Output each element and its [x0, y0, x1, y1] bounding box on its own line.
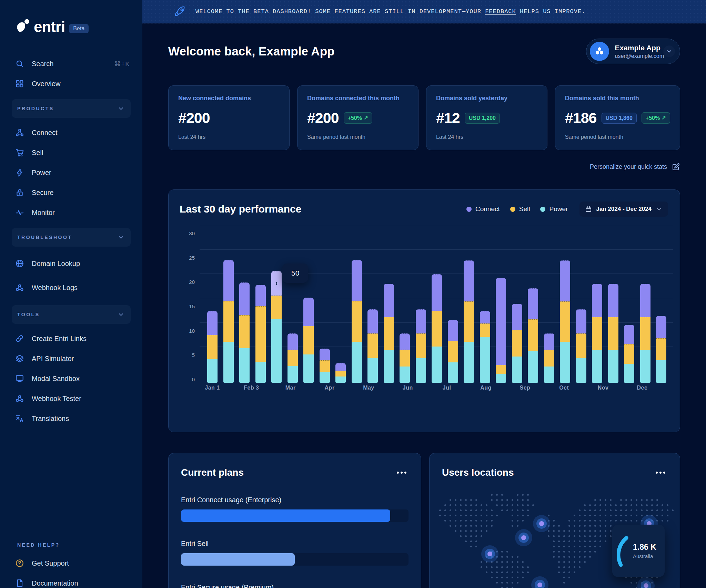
map-dot	[517, 566, 518, 568]
change-badge: +50% ↗	[344, 112, 372, 124]
map-dot	[506, 582, 508, 584]
stacked-bar[interactable]	[592, 284, 602, 383]
stacked-bar[interactable]	[223, 260, 234, 383]
stacked-bar[interactable]	[432, 274, 442, 383]
sidebar-item-power[interactable]: Power	[0, 163, 142, 183]
globe-icon	[15, 259, 24, 268]
map-dot	[610, 515, 612, 516]
sidebar-item-documentation[interactable]: Documentation	[0, 573, 142, 588]
stacked-bar[interactable]	[464, 260, 474, 383]
chevron-down-icon[interactable]	[663, 45, 675, 57]
map-dot	[558, 556, 560, 558]
map-dot	[517, 494, 518, 496]
ellipsis-menu-icon[interactable]	[395, 470, 409, 476]
stacked-bar[interactable]	[271, 271, 282, 383]
user-location-marker[interactable]	[487, 551, 492, 556]
sidebar-item-connect[interactable]: Connect	[0, 123, 142, 143]
stacked-bar[interactable]	[496, 278, 506, 383]
user-location-marker[interactable]	[537, 582, 542, 587]
user-location-marker[interactable]	[644, 583, 648, 588]
stacked-bar[interactable]	[416, 309, 426, 383]
feedback-link[interactable]: FEEDBACK	[485, 8, 516, 15]
sidebar-item-webhook-tester[interactable]: Webhook Tester	[0, 389, 142, 409]
sidebar-section-troubleshoot[interactable]: TROUBLESHOOT	[12, 228, 131, 247]
legend-item-connect[interactable]: Connect	[466, 205, 500, 213]
map-dot	[481, 515, 482, 516]
map-dot	[475, 520, 477, 522]
stat-card-connected-month: Domains connected this month #200 +50% ↗…	[297, 85, 418, 150]
date-range-picker[interactable]: Jan 2024 - Dec 2024	[579, 202, 668, 217]
sidebar-item-search[interactable]: Search ⌘+K	[0, 54, 142, 74]
bar-segment-connect	[608, 284, 618, 317]
stacked-bar[interactable]	[303, 298, 314, 383]
stacked-bar[interactable]	[656, 316, 666, 383]
change-badge: +50% ↗	[642, 112, 670, 124]
sidebar-item-get-support[interactable]: Get Support	[0, 553, 142, 573]
stacked-bar[interactable]	[239, 282, 250, 383]
stacked-bar[interactable]	[352, 260, 362, 383]
sidebar-item-domain-lookup[interactable]: Domain Lookup	[0, 251, 142, 276]
stacked-bar[interactable]	[512, 304, 522, 383]
sidebar-item-api-simulator[interactable]: API Simulator	[0, 349, 142, 369]
bar-segment-sell	[400, 350, 410, 367]
sidebar-item-secure[interactable]: Secure	[0, 183, 142, 203]
sidebar-item-sell[interactable]: Sell	[0, 143, 142, 163]
sidebar-item-overview[interactable]: Overview	[0, 74, 142, 94]
legend-item-sell[interactable]: Sell	[510, 205, 530, 213]
stacked-bar[interactable]	[560, 260, 570, 383]
stacked-bar[interactable]	[624, 325, 634, 383]
map-dot	[501, 551, 503, 553]
stacked-bar[interactable]	[320, 349, 330, 383]
map-dot	[460, 525, 462, 527]
stacked-bar[interactable]	[384, 284, 394, 383]
sidebar-section-products[interactable]: PRODUCTS	[12, 99, 131, 118]
stacked-bar[interactable]	[288, 333, 298, 383]
bar-segment-sell	[223, 301, 234, 342]
stacked-bar[interactable]	[608, 284, 618, 383]
map-dot	[522, 499, 524, 501]
map-dot	[496, 551, 498, 553]
stacked-bar[interactable]	[255, 285, 266, 383]
stacked-bar[interactable]	[640, 284, 650, 383]
stacked-bar[interactable]	[367, 309, 378, 383]
legend-item-power[interactable]: Power	[540, 205, 568, 213]
stacked-bar[interactable]	[448, 320, 458, 383]
map-dot	[563, 582, 565, 584]
sidebar-item-translations[interactable]: Translations	[0, 409, 142, 429]
sidebar-item-webhook-logs[interactable]: Webhook Logs	[0, 276, 142, 300]
map-dot	[599, 540, 601, 542]
bar-segment-connect	[560, 260, 570, 301]
stacked-bar[interactable]	[207, 311, 218, 383]
personalize-quick-stats-link[interactable]: Personalize your quick stats	[168, 163, 680, 171]
map-dot	[594, 525, 596, 527]
user-location-marker[interactable]	[521, 535, 526, 540]
sidebar-item-create-entri-links[interactable]: Create Entri Links	[0, 329, 142, 349]
x-tick-label: Nov	[598, 385, 609, 391]
sidebar-section-tools[interactable]: TOOLS	[12, 305, 131, 324]
user-location-marker[interactable]	[539, 521, 544, 526]
stacked-bar[interactable]	[400, 333, 410, 383]
stacked-bar[interactable]	[544, 333, 554, 383]
stacked-bar[interactable]	[576, 309, 586, 383]
map-dot	[589, 520, 591, 522]
stacked-bar[interactable]	[335, 363, 346, 383]
bar-segment-power	[432, 347, 442, 383]
ellipsis-menu-icon[interactable]	[654, 470, 667, 476]
sidebar-item-monitor[interactable]: Monitor	[0, 203, 142, 223]
map-dot	[584, 525, 586, 527]
map-dot	[553, 556, 555, 558]
stacked-bar[interactable]	[528, 288, 538, 383]
stacked-bar[interactable]	[480, 311, 490, 383]
account-menu[interactable]: Example App user@example.com	[586, 39, 680, 64]
stat-value: #12	[436, 110, 460, 126]
sidebar-item-label: Sell	[32, 149, 43, 157]
map-dot	[517, 525, 518, 527]
map-dot	[579, 515, 581, 516]
webhook-icon	[15, 394, 24, 403]
map-dot	[517, 571, 518, 573]
sidebar-item-modal-sandbox[interactable]: Modal Sandbox	[0, 369, 142, 389]
bar-segment-power	[271, 319, 282, 383]
map-dot	[579, 520, 581, 522]
map-dot	[522, 571, 524, 573]
legend-label: Power	[549, 205, 568, 213]
